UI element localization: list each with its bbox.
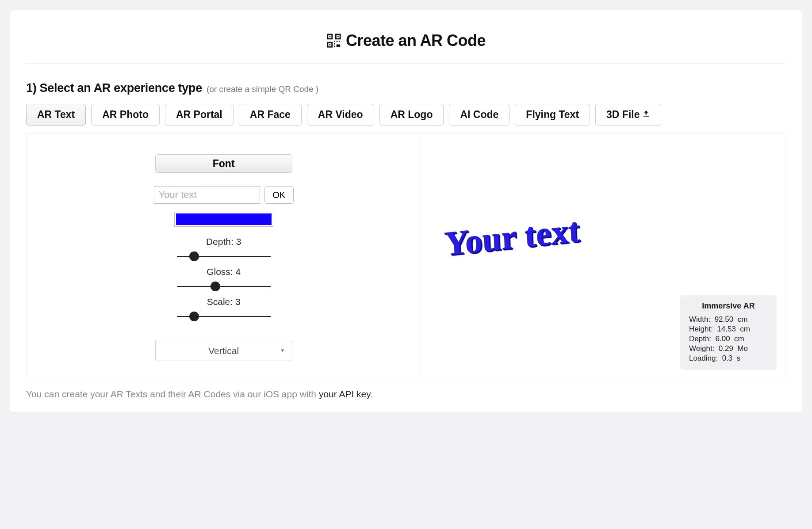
immersive-ar-info: Immersive AR Width: 92.50 cm Height: 14.…: [680, 295, 777, 370]
info-row-weight: Weight: 0.29 Mo: [689, 344, 768, 353]
tab-3d-file[interactable]: 3D File: [595, 104, 661, 126]
info-label: Width:: [689, 315, 710, 323]
tab-label: AR Text: [37, 109, 75, 121]
tab-label: Flying Text: [526, 109, 579, 121]
main-card: Create an AR Code 1) Select an AR experi…: [10, 10, 802, 412]
step1-heading-row: 1) Select an AR experience type (or crea…: [26, 81, 786, 95]
depth-label: Depth: 3: [177, 236, 271, 247]
info-label: Weight:: [689, 344, 714, 353]
svg-rect-1: [329, 36, 330, 37]
qr-code-icon: [326, 33, 341, 48]
divider: [26, 63, 786, 64]
gloss-label: Gloss: 4: [177, 266, 271, 277]
editor-controls: Font OK Depth: 3 Gloss: 4: [27, 134, 421, 379]
info-unit: s: [737, 354, 741, 362]
info-unit: cm: [740, 325, 750, 333]
info-row-loading: Loading: 0.3 s: [689, 354, 768, 363]
info-value: 0.3: [722, 354, 733, 362]
svg-rect-3: [337, 36, 339, 37]
slider-value: 3: [235, 297, 241, 307]
svg-rect-7: [337, 41, 338, 42]
color-picker-wrap: [174, 212, 273, 227]
orientation-select[interactable]: Vertical: [155, 340, 292, 361]
info-label: Height:: [689, 325, 713, 333]
footnote-text: You can create your AR Texts and their A…: [26, 389, 319, 399]
svg-rect-11: [337, 45, 341, 47]
slider-label-text: Depth:: [206, 236, 234, 247]
orientation-select-wrap: Vertical ▼: [155, 340, 292, 361]
tab-label: AR Logo: [391, 109, 433, 121]
tab-ar-portal[interactable]: AR Portal: [165, 104, 234, 126]
info-title: Immersive AR: [689, 301, 768, 311]
svg-rect-10: [334, 46, 335, 47]
tab-ar-video[interactable]: AR Video: [307, 104, 374, 126]
scale-slider-group: Scale: 3: [177, 297, 271, 319]
upload-icon: [642, 110, 650, 120]
info-value: 14.53: [717, 325, 736, 333]
svg-rect-9: [334, 43, 335, 45]
info-row-depth: Depth: 6.00 cm: [689, 335, 768, 343]
text-input[interactable]: [154, 186, 260, 204]
tab-label: AR Photo: [102, 109, 149, 121]
depth-slider-group: Depth: 3: [177, 236, 271, 259]
page-title: Create an AR Code: [346, 31, 486, 50]
step1-hint: (or create a simple QR Code ): [207, 84, 318, 94]
preview-3d-text: Your text: [443, 190, 763, 264]
api-key-link[interactable]: your API key: [319, 389, 370, 399]
info-label: Depth:: [689, 335, 711, 343]
svg-rect-5: [329, 44, 330, 46]
tab-ar-face[interactable]: AR Face: [239, 104, 302, 126]
tab-label: AI Code: [460, 109, 498, 121]
scale-label: Scale: 3: [177, 297, 271, 307]
svg-rect-6: [334, 41, 335, 42]
tab-label: AR Portal: [176, 109, 222, 121]
slider-value: 4: [235, 266, 241, 277]
tab-label: AR Face: [250, 109, 291, 121]
preview-pane: Your text Immersive AR Width: 92.50 cm H…: [421, 134, 785, 379]
gloss-slider-group: Gloss: 4: [177, 266, 271, 289]
info-value: 6.00: [716, 335, 730, 343]
info-unit: Mo: [737, 344, 748, 353]
svg-rect-8: [339, 41, 340, 42]
editor-panel: Font OK Depth: 3 Gloss: 4: [26, 133, 786, 379]
info-row-width: Width: 92.50 cm: [689, 315, 768, 324]
slider-label-text: Scale:: [207, 297, 233, 307]
tab-ar-photo[interactable]: AR Photo: [91, 104, 160, 126]
info-value: 92.50: [715, 315, 734, 323]
slider-label-text: Gloss:: [207, 266, 233, 277]
info-row-height: Height: 14.53 cm: [689, 325, 768, 334]
tab-label: 3D File: [606, 109, 640, 121]
info-label: Loading:: [689, 354, 718, 362]
color-picker[interactable]: [176, 213, 272, 225]
scale-slider[interactable]: [177, 316, 271, 317]
experience-type-tabs: AR Text AR Photo AR Portal AR Face AR Vi…: [26, 104, 786, 126]
gloss-slider[interactable]: [177, 286, 271, 287]
footnote-suffix: .: [370, 389, 373, 399]
tab-ar-text[interactable]: AR Text: [26, 104, 86, 126]
ok-button[interactable]: OK: [264, 186, 294, 204]
tab-ar-logo[interactable]: AR Logo: [379, 104, 444, 126]
tab-flying-text[interactable]: Flying Text: [515, 104, 590, 126]
depth-slider[interactable]: [177, 256, 271, 257]
footnote: You can create your AR Texts and their A…: [26, 389, 786, 400]
tab-label: AR Video: [318, 109, 363, 121]
text-input-row: OK: [154, 186, 294, 204]
info-unit: cm: [738, 315, 748, 323]
step1-heading: 1) Select an AR experience type: [26, 81, 202, 95]
info-unit: cm: [734, 335, 744, 343]
font-button[interactable]: Font: [155, 154, 292, 173]
tab-ai-code[interactable]: AI Code: [449, 104, 509, 126]
info-value: 0.29: [719, 344, 733, 353]
page-title-row: Create an AR Code: [26, 31, 786, 50]
slider-value: 3: [236, 236, 241, 247]
